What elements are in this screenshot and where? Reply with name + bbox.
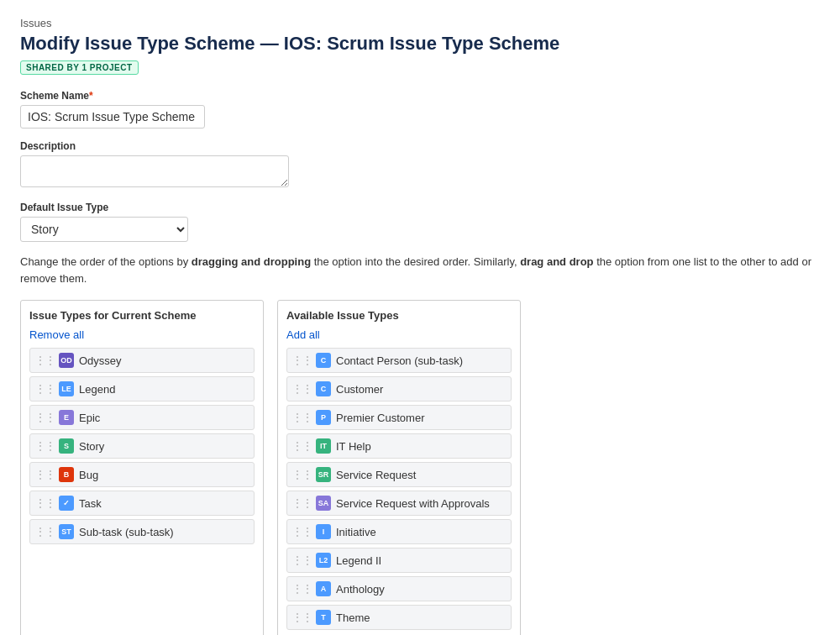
item-icon: SA [316, 496, 331, 511]
drag-handle-icon: ⋮⋮ [292, 354, 312, 366]
list-item[interactable]: ⋮⋮ C Customer [286, 376, 512, 401]
item-label: Bug [79, 469, 98, 481]
item-label: Epic [79, 412, 100, 424]
item-label: Initiative [336, 526, 376, 538]
item-label: Task [79, 497, 102, 510]
item-icon: P [316, 410, 331, 425]
item-icon: ST [59, 524, 74, 539]
lists-container: Issue Types for Current Scheme Remove al… [20, 300, 820, 635]
default-issue-type-label: Default Issue Type [20, 202, 820, 213]
drag-handle-icon: ⋮⋮ [292, 554, 312, 566]
item-label: Premier Customer [336, 412, 424, 424]
available-panel: Available Issue Types Add all ⋮⋮ C Conta… [277, 300, 521, 635]
current-scheme-items: ⋮⋮ OD Odyssey ⋮⋮ LE Legend ⋮⋮ E Epic ⋮⋮ … [29, 348, 255, 544]
scheme-name-input[interactable] [20, 105, 205, 129]
item-icon: LE [59, 381, 74, 396]
item-icon: OD [59, 353, 74, 368]
remove-all-link[interactable]: Remove all [29, 328, 255, 341]
item-icon: I [316, 524, 331, 539]
item-icon: S [59, 438, 74, 454]
list-item[interactable]: ⋮⋮ IT IT Help [286, 433, 512, 459]
drag-handle-icon: ⋮⋮ [35, 469, 55, 480]
drag-handle-icon: ⋮⋮ [292, 526, 312, 538]
item-label: Anthology [336, 583, 385, 596]
list-item[interactable]: ⋮⋮ S Story [29, 433, 255, 459]
item-label: Legend [79, 383, 115, 396]
item-icon: E [59, 410, 74, 425]
description-textarea[interactable] [20, 155, 289, 187]
drag-handle-icon: ⋮⋮ [35, 354, 55, 366]
current-scheme-title: Issue Types for Current Scheme [29, 309, 255, 322]
drag-handle-icon: ⋮⋮ [35, 412, 55, 423]
item-icon: L2 [316, 553, 331, 568]
list-item[interactable]: ⋮⋮ ST Sub-task (sub-task) [29, 519, 255, 544]
list-item[interactable]: ⋮⋮ LE Legend [29, 376, 255, 401]
item-label: Legend II [336, 554, 381, 567]
shared-badge: SHARED BY 1 PROJECT [20, 60, 139, 75]
list-item[interactable]: ⋮⋮ SR Service Request [286, 462, 512, 487]
add-all-link[interactable]: Add all [286, 328, 512, 341]
list-item[interactable]: ⋮⋮ ✓ Task [29, 491, 255, 516]
list-item[interactable]: ⋮⋮ B Bug [29, 462, 255, 487]
drag-handle-icon: ⋮⋮ [35, 497, 55, 509]
available-items: ⋮⋮ C Contact Person (sub-task) ⋮⋮ C Cust… [286, 348, 512, 630]
item-icon: T [316, 610, 331, 625]
item-label: Sub-task (sub-task) [79, 526, 174, 538]
drag-handle-icon: ⋮⋮ [35, 383, 55, 395]
item-label: IT Help [336, 440, 371, 453]
list-item[interactable]: ⋮⋮ A Anthology [286, 576, 512, 601]
item-label: Service Request [336, 469, 416, 481]
item-label: Customer [336, 383, 383, 396]
available-title: Available Issue Types [286, 309, 512, 322]
drag-handle-icon: ⋮⋮ [292, 412, 312, 423]
list-item[interactable]: ⋮⋮ T Theme [286, 605, 512, 630]
item-label: Story [79, 440, 104, 453]
drag-handle-icon: ⋮⋮ [292, 583, 312, 595]
drag-handle-icon: ⋮⋮ [292, 611, 312, 623]
current-scheme-panel: Issue Types for Current Scheme Remove al… [20, 300, 264, 635]
item-icon: C [316, 381, 331, 396]
list-item[interactable]: ⋮⋮ E Epic [29, 405, 255, 430]
description-label: Description [20, 140, 820, 152]
list-item[interactable]: ⋮⋮ I Initiative [286, 519, 512, 544]
page-title: Modify Issue Type Scheme — IOS: Scrum Is… [20, 33, 820, 55]
section-title: Issues [20, 17, 820, 29]
drag-handle-icon: ⋮⋮ [35, 440, 55, 452]
item-label: Contact Person (sub-task) [336, 354, 463, 367]
list-item[interactable]: ⋮⋮ SA Service Request with Approvals [286, 491, 512, 516]
item-icon: B [59, 467, 74, 482]
scheme-name-label: Scheme Name* [20, 90, 820, 102]
list-item[interactable]: ⋮⋮ L2 Legend II [286, 548, 512, 573]
item-icon: C [316, 353, 331, 368]
list-item[interactable]: ⋮⋮ P Premier Customer [286, 405, 512, 430]
item-icon: IT [316, 438, 331, 454]
item-icon: SR [316, 467, 331, 482]
drag-handle-icon: ⋮⋮ [292, 440, 312, 452]
item-label: Theme [336, 611, 370, 624]
list-item[interactable]: ⋮⋮ C Contact Person (sub-task) [286, 348, 512, 373]
item-label: Service Request with Approvals [336, 497, 490, 510]
drag-handle-icon: ⋮⋮ [35, 526, 55, 538]
list-item[interactable]: ⋮⋮ OD Odyssey [29, 348, 255, 373]
drag-handle-icon: ⋮⋮ [292, 383, 312, 395]
item-icon: ✓ [59, 496, 74, 511]
drag-handle-icon: ⋮⋮ [292, 469, 312, 480]
default-issue-type-select[interactable]: Story Bug Task Epic Sub-task Odyssey Leg… [20, 217, 188, 242]
item-label: Odyssey [79, 354, 122, 367]
instruction-text: Change the order of the options by dragg… [20, 254, 820, 286]
item-icon: A [316, 581, 331, 596]
drag-handle-icon: ⋮⋮ [292, 497, 312, 509]
